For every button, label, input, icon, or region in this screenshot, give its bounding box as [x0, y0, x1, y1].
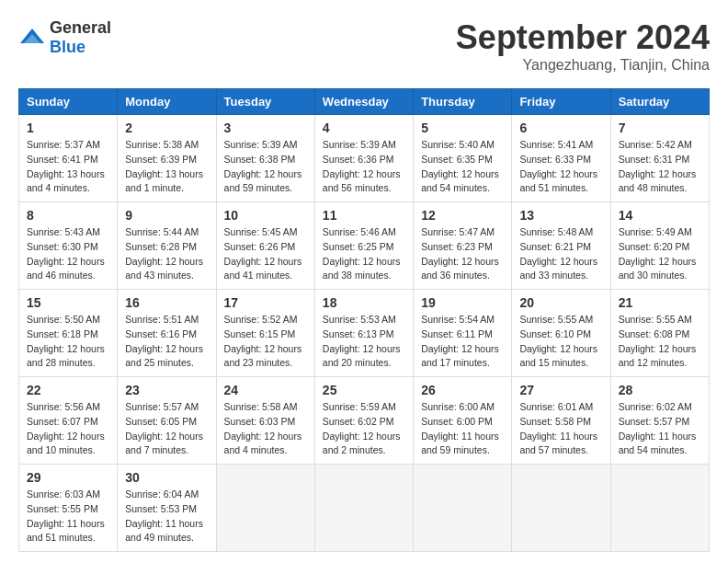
week-row-3: 15 Sunrise: 5:50 AMSunset: 6:18 PMDaylig… — [19, 290, 710, 377]
day-number: 2 — [125, 121, 208, 135]
table-row — [216, 465, 314, 552]
day-number: 23 — [125, 383, 208, 397]
table-row — [314, 465, 413, 552]
day-number: 10 — [224, 208, 307, 223]
day-number: 13 — [519, 208, 602, 223]
table-row: 28 Sunrise: 6:02 AMSunset: 5:57 PMDaylig… — [610, 377, 709, 465]
table-row: 1 Sunrise: 5:37 AMSunset: 6:41 PMDayligh… — [19, 115, 118, 202]
table-row: 3 Sunrise: 5:39 AMSunset: 6:38 PMDayligh… — [216, 115, 314, 202]
day-number: 14 — [619, 208, 701, 223]
table-row: 29 Sunrise: 6:03 AMSunset: 5:55 PMDaylig… — [19, 465, 118, 552]
col-saturday: Saturday — [610, 89, 709, 115]
col-wednesday: Wednesday — [314, 89, 413, 115]
day-number: 30 — [125, 470, 208, 485]
day-info: Sunrise: 5:45 AMSunset: 6:26 PMDaylight:… — [224, 226, 302, 281]
day-info: Sunrise: 5:48 AMSunset: 6:21 PMDaylight:… — [519, 226, 597, 281]
table-row: 13 Sunrise: 5:48 AMSunset: 6:21 PMDaylig… — [512, 202, 610, 290]
table-row: 14 Sunrise: 5:49 AMSunset: 6:20 PMDaylig… — [610, 202, 709, 290]
table-row: 5 Sunrise: 5:40 AMSunset: 6:35 PMDayligh… — [414, 115, 512, 202]
day-info: Sunrise: 5:39 AMSunset: 6:36 PMDaylight:… — [323, 139, 401, 193]
day-info: Sunrise: 5:58 AMSunset: 6:03 PMDaylight:… — [224, 401, 302, 455]
day-number: 6 — [519, 121, 602, 135]
day-info: Sunrise: 5:43 AMSunset: 6:30 PMDaylight:… — [27, 226, 105, 281]
table-row: 30 Sunrise: 6:04 AMSunset: 5:53 PMDaylig… — [118, 465, 216, 552]
day-info: Sunrise: 6:00 AMSunset: 6:00 PMDaylight:… — [421, 401, 499, 455]
location-title: Yangezhuang, Tianjin, China — [456, 57, 710, 74]
logo-general-text: General — [50, 18, 111, 37]
table-row: 2 Sunrise: 5:38 AMSunset: 6:39 PMDayligh… — [118, 115, 216, 202]
day-number: 11 — [323, 208, 405, 223]
day-info: Sunrise: 5:55 AMSunset: 6:08 PMDaylight:… — [619, 314, 697, 368]
day-number: 22 — [27, 383, 109, 397]
logo-icon — [18, 27, 46, 49]
month-title: September 2024 — [456, 18, 710, 57]
table-row: 17 Sunrise: 5:52 AMSunset: 6:15 PMDaylig… — [216, 290, 314, 377]
title-area: September 2024 Yangezhuang, Tianjin, Chi… — [456, 18, 710, 74]
day-info: Sunrise: 5:42 AMSunset: 6:31 PMDaylight:… — [619, 139, 697, 193]
table-row: 20 Sunrise: 5:55 AMSunset: 6:10 PMDaylig… — [512, 290, 610, 377]
day-info: Sunrise: 6:02 AMSunset: 5:57 PMDaylight:… — [619, 401, 697, 455]
week-row-1: 1 Sunrise: 5:37 AMSunset: 6:41 PMDayligh… — [19, 115, 710, 202]
table-row: 7 Sunrise: 5:42 AMSunset: 6:31 PMDayligh… — [610, 115, 709, 202]
table-row: 21 Sunrise: 5:55 AMSunset: 6:08 PMDaylig… — [610, 290, 709, 377]
day-info: Sunrise: 5:51 AMSunset: 6:16 PMDaylight:… — [125, 314, 203, 368]
day-number: 9 — [125, 208, 208, 223]
day-info: Sunrise: 5:49 AMSunset: 6:20 PMDaylight:… — [619, 226, 697, 281]
table-row: 15 Sunrise: 5:50 AMSunset: 6:18 PMDaylig… — [19, 290, 118, 377]
table-row: 18 Sunrise: 5:53 AMSunset: 6:13 PMDaylig… — [314, 290, 413, 377]
calendar: Sunday Monday Tuesday Wednesday Thursday… — [18, 88, 710, 552]
header: General Blue September 2024 Yangezhuang,… — [18, 18, 710, 74]
day-info: Sunrise: 5:46 AMSunset: 6:25 PMDaylight:… — [323, 226, 401, 281]
table-row: 12 Sunrise: 5:47 AMSunset: 6:23 PMDaylig… — [414, 202, 512, 290]
day-info: Sunrise: 5:37 AMSunset: 6:41 PMDaylight:… — [27, 139, 105, 193]
day-number: 20 — [519, 295, 602, 310]
day-info: Sunrise: 5:55 AMSunset: 6:10 PMDaylight:… — [519, 314, 597, 368]
day-number: 29 — [27, 470, 109, 485]
day-info: Sunrise: 5:41 AMSunset: 6:33 PMDaylight:… — [519, 139, 597, 193]
table-row: 24 Sunrise: 5:58 AMSunset: 6:03 PMDaylig… — [216, 377, 314, 465]
day-number: 27 — [519, 383, 602, 397]
day-info: Sunrise: 5:44 AMSunset: 6:28 PMDaylight:… — [125, 226, 203, 281]
table-row: 9 Sunrise: 5:44 AMSunset: 6:28 PMDayligh… — [118, 202, 216, 290]
table-row — [610, 465, 709, 552]
day-info: Sunrise: 5:38 AMSunset: 6:39 PMDaylight:… — [125, 139, 203, 193]
day-number: 21 — [619, 295, 701, 310]
day-number: 24 — [224, 383, 307, 397]
day-info: Sunrise: 6:04 AMSunset: 5:53 PMDaylight:… — [125, 488, 203, 543]
day-info: Sunrise: 5:54 AMSunset: 6:11 PMDaylight:… — [421, 314, 499, 368]
col-tuesday: Tuesday — [216, 89, 314, 115]
day-number: 4 — [323, 121, 405, 135]
table-row: 8 Sunrise: 5:43 AMSunset: 6:30 PMDayligh… — [19, 202, 118, 290]
day-number: 15 — [27, 295, 109, 310]
table-row: 16 Sunrise: 5:51 AMSunset: 6:16 PMDaylig… — [118, 290, 216, 377]
col-sunday: Sunday — [19, 89, 118, 115]
day-info: Sunrise: 5:39 AMSunset: 6:38 PMDaylight:… — [224, 139, 302, 193]
day-info: Sunrise: 5:47 AMSunset: 6:23 PMDaylight:… — [421, 226, 499, 281]
week-row-4: 22 Sunrise: 5:56 AMSunset: 6:07 PMDaylig… — [19, 377, 710, 465]
table-row — [512, 465, 610, 552]
table-row: 25 Sunrise: 5:59 AMSunset: 6:02 PMDaylig… — [314, 377, 413, 465]
table-row: 19 Sunrise: 5:54 AMSunset: 6:11 PMDaylig… — [414, 290, 512, 377]
day-number: 5 — [421, 121, 504, 135]
day-number: 19 — [421, 295, 504, 310]
day-number: 17 — [224, 295, 307, 310]
day-number: 3 — [224, 121, 307, 135]
week-row-5: 29 Sunrise: 6:03 AMSunset: 5:55 PMDaylig… — [19, 465, 710, 552]
day-info: Sunrise: 5:59 AMSunset: 6:02 PMDaylight:… — [323, 401, 401, 455]
day-info: Sunrise: 5:52 AMSunset: 6:15 PMDaylight:… — [224, 314, 302, 368]
table-row: 22 Sunrise: 5:56 AMSunset: 6:07 PMDaylig… — [19, 377, 118, 465]
table-row: 23 Sunrise: 5:57 AMSunset: 6:05 PMDaylig… — [118, 377, 216, 465]
day-info: Sunrise: 6:03 AMSunset: 5:55 PMDaylight:… — [27, 488, 105, 543]
day-number: 18 — [323, 295, 405, 310]
day-number: 12 — [421, 208, 504, 223]
week-row-2: 8 Sunrise: 5:43 AMSunset: 6:30 PMDayligh… — [19, 202, 710, 290]
day-info: Sunrise: 5:50 AMSunset: 6:18 PMDaylight:… — [27, 314, 105, 368]
table-row — [414, 465, 512, 552]
day-info: Sunrise: 5:56 AMSunset: 6:07 PMDaylight:… — [27, 401, 105, 455]
day-number: 28 — [619, 383, 701, 397]
col-thursday: Thursday — [414, 89, 512, 115]
day-number: 1 — [27, 121, 109, 135]
day-info: Sunrise: 6:01 AMSunset: 5:58 PMDaylight:… — [519, 401, 597, 455]
logo-blue-text: Blue — [50, 38, 85, 56]
day-number: 16 — [125, 295, 208, 310]
